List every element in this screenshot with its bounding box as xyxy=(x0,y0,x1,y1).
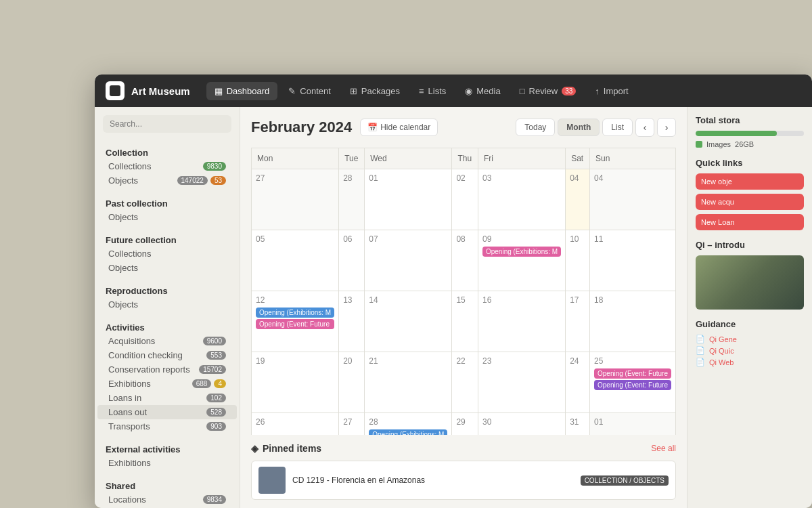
media-icon: ◉ xyxy=(465,86,472,96)
document-icon-3: 📄 xyxy=(696,358,705,366)
storage-bar-fill xyxy=(696,131,777,136)
storage-title: Total stora xyxy=(696,115,804,125)
review-icon: □ xyxy=(520,86,525,96)
table-row: 30 xyxy=(478,413,565,436)
top-navigation: Art Museum ▦ Dashboard ✎ Content ⊞ Packa… xyxy=(95,75,812,107)
section-title-past: Past collection xyxy=(95,196,240,210)
legend-size-images: 26GB xyxy=(735,140,754,148)
guidance-link-web[interactable]: 📄 Qi Web xyxy=(696,358,804,366)
storage-bar-background xyxy=(696,131,804,136)
sidebar-item-future-collections[interactable]: Collections xyxy=(97,247,237,261)
sidebar-section-past: Past collection Objects xyxy=(95,190,240,227)
pin-icon: ◈ xyxy=(251,443,258,454)
sidebar-item-conservation-reports[interactable]: Conservation reports 15702 xyxy=(97,362,237,377)
nav-item-import[interactable]: ↑ Import xyxy=(587,82,636,100)
nav-item-review[interactable]: □ Review 33 xyxy=(512,82,585,100)
col-sat: Sat xyxy=(566,148,590,169)
sidebar-item-past-objects[interactable]: Objects xyxy=(97,210,237,224)
section-title-activities: Activities xyxy=(95,320,240,334)
nav-item-content[interactable]: ✎ Content xyxy=(280,82,339,100)
new-acquisition-button[interactable]: New acqu xyxy=(696,194,804,210)
sidebar-section-future: Future collection Collections Objects xyxy=(95,227,240,278)
sidebar-item-objects-collection[interactable]: Objects 14702253 xyxy=(97,173,237,188)
qi-section: Qi – introdu xyxy=(696,240,804,310)
event-pill[interactable]: Opening (Event: Future xyxy=(594,380,671,390)
section-title-future: Future collection xyxy=(95,232,240,247)
pinned-item-name: CD 1219 - Florencia en el Amazonas xyxy=(292,475,574,485)
sidebar-section-shared: Shared Locations 9834 People & Organizat… xyxy=(95,473,240,508)
col-wed: Wed xyxy=(365,148,452,169)
table-row: 28 Opening (Exhibitions: M Loans out (Tr… xyxy=(365,413,452,436)
sidebar-item-collections[interactable]: Collections 9830 xyxy=(97,159,237,173)
new-loan-button[interactable]: New Loan xyxy=(696,214,804,230)
table-row: 01 xyxy=(590,413,676,436)
pinned-thumbnail xyxy=(258,467,286,494)
table-row: 16 xyxy=(478,291,565,352)
table-row: 04 xyxy=(566,169,590,230)
table-row: 21 xyxy=(365,352,452,413)
nav-item-dashboard[interactable]: ▦ Dashboard xyxy=(206,82,278,100)
quick-links-title: Quick links xyxy=(696,158,804,168)
quick-links-section: Quick links New obje New acqu New Loan xyxy=(696,158,804,230)
next-month-button[interactable]: › xyxy=(657,118,676,137)
sidebar-section-external: External activities Exhibitions xyxy=(95,436,240,473)
import-icon: ↑ xyxy=(595,86,600,96)
list-item[interactable]: CD 1219 - Florencia en el Amazonas COLLE… xyxy=(251,461,676,500)
sidebar-section-collection: Collection Collections 9830 Objects 1470… xyxy=(95,140,240,190)
app-logo xyxy=(106,81,125,100)
sidebar-item-transports[interactable]: Transports 903 xyxy=(97,419,237,433)
sidebar-item-condition-checking[interactable]: Condition checking 553 xyxy=(97,348,237,362)
main-content: Collection Collections 9830 Objects 1470… xyxy=(95,107,812,508)
col-sun: Sun xyxy=(590,148,676,169)
event-pill[interactable]: Opening (Exhibitions: M xyxy=(256,308,334,318)
sidebar-item-locations[interactable]: Locations 9834 xyxy=(97,492,237,507)
new-object-button[interactable]: New obje xyxy=(696,173,804,190)
table-row: 22 xyxy=(452,352,478,413)
calendar-table: Mon Tue Wed Thu Fri Sat Sun 27 xyxy=(251,148,676,435)
qi-title: Qi – introdu xyxy=(696,240,804,250)
search-input[interactable] xyxy=(103,115,231,133)
section-title-external: External activities xyxy=(95,442,240,456)
nav-item-packages[interactable]: ⊞ Packages xyxy=(342,82,408,100)
see-all-link[interactable]: See all xyxy=(651,444,676,453)
storage-legend: Images 26GB xyxy=(696,140,804,148)
sidebar-item-repro-objects[interactable]: Objects xyxy=(97,297,237,312)
pinned-item-info: CD 1219 - Florencia en el Amazonas xyxy=(292,475,574,485)
sidebar-item-loans-out[interactable]: Loans out 528 xyxy=(97,405,237,419)
col-thu: Thu xyxy=(452,148,478,169)
today-button[interactable]: Today xyxy=(516,119,555,136)
guidance-link-quick[interactable]: 📄 Qi Quic xyxy=(696,346,804,355)
dashboard-icon: ▦ xyxy=(215,86,223,96)
content-icon: ✎ xyxy=(288,86,296,96)
guidance-link-general[interactable]: 📄 Qi Gene xyxy=(696,335,804,343)
event-pill[interactable]: Opening (Event: Future xyxy=(594,368,671,379)
table-row: 07 xyxy=(365,230,452,291)
sidebar-item-future-objects[interactable]: Objects xyxy=(97,261,237,275)
event-pill[interactable]: Opening (Event: Future xyxy=(256,319,334,329)
col-tue: Tue xyxy=(339,148,365,169)
table-row: 20 xyxy=(339,352,365,413)
event-pill[interactable]: Opening (Exhibitions: M xyxy=(369,429,447,435)
prev-month-button[interactable]: ‹ xyxy=(635,118,654,137)
sidebar-item-loans-in[interactable]: Loans in 102 xyxy=(97,391,237,405)
month-button[interactable]: Month xyxy=(558,119,600,136)
sidebar-item-acquisitions[interactable]: Acquisitions 9600 xyxy=(97,334,237,348)
list-button[interactable]: List xyxy=(602,119,633,136)
table-row: 05 xyxy=(252,230,339,291)
calendar-title: February 2024 xyxy=(251,119,352,136)
table-row: 02 xyxy=(452,169,478,230)
table-row: 14 xyxy=(365,291,452,352)
table-row: 27 xyxy=(339,413,365,436)
right-panel: Total stora Images 26GB Quick links New … xyxy=(687,107,812,508)
table-row: 01 xyxy=(365,169,452,230)
table-row: 04 xyxy=(590,169,676,230)
event-pill[interactable]: Opening (Exhibitions: M xyxy=(482,247,561,257)
sidebar-item-external-exhibitions[interactable]: Exhibitions xyxy=(97,456,237,470)
sidebar-item-exhibitions[interactable]: Exhibitions 6884 xyxy=(97,377,237,391)
pinned-title: ◈ Pinned items xyxy=(251,443,321,454)
hide-calendar-button[interactable]: 📅 Hide calendar xyxy=(360,119,438,136)
calendar-header: February 2024 📅 Hide calendar Today Mont… xyxy=(251,118,676,137)
nav-item-lists[interactable]: ≡ Lists xyxy=(411,82,454,100)
nav-item-media[interactable]: ◉ Media xyxy=(457,82,508,100)
legend-dot-images xyxy=(696,141,702,148)
